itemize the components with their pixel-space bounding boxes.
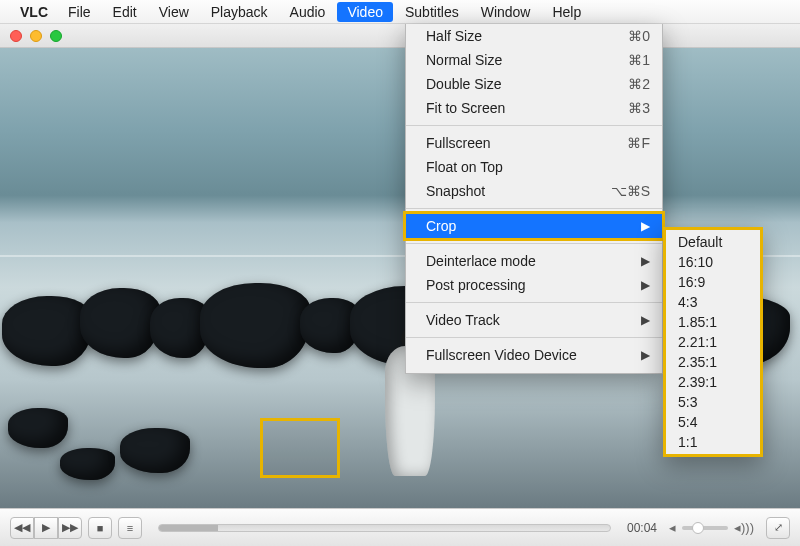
window-titlebar	[0, 24, 800, 48]
fullscreen-button[interactable]: ⤢	[766, 517, 790, 539]
window-zoom-button[interactable]	[50, 30, 62, 42]
menu-item-label: Snapshot	[426, 183, 485, 199]
menu-view[interactable]: View	[149, 2, 199, 22]
app-name[interactable]: VLC	[20, 4, 48, 20]
menu-item-post-processing[interactable]: Post processing▶	[406, 273, 662, 297]
system-menubar: VLC File Edit View Playback Audio Video …	[0, 0, 800, 24]
menu-item-float-on-top[interactable]: Float on Top	[406, 155, 662, 179]
menu-item-shortcut: ⌘2	[628, 76, 650, 92]
menu-playback[interactable]: Playback	[201, 2, 278, 22]
crop-option-5-4[interactable]: 5:4	[666, 412, 760, 432]
menu-item-label: Post processing	[426, 277, 526, 293]
submenu-chevron-icon: ▶	[641, 254, 650, 268]
menu-item-label: Crop	[426, 218, 456, 234]
crop-option-1-1[interactable]: 1:1	[666, 432, 760, 452]
video-menu-dropdown: Half Size⌘0Normal Size⌘1Double Size⌘2Fit…	[405, 24, 663, 374]
menu-item-crop[interactable]: Crop▶	[406, 214, 662, 238]
time-elapsed: 00:04	[627, 521, 657, 535]
menu-item-fullscreen-video-device[interactable]: Fullscreen Video Device▶	[406, 343, 662, 367]
menu-item-label: Normal Size	[426, 52, 502, 68]
menu-item-label: Video Track	[426, 312, 500, 328]
scene-rock	[8, 408, 68, 448]
menu-separator	[406, 125, 662, 126]
menu-file[interactable]: File	[58, 2, 101, 22]
crop-option-2-39-1[interactable]: 2.39:1	[666, 372, 760, 392]
scene-rock	[60, 448, 115, 480]
submenu-chevron-icon: ▶	[641, 278, 650, 292]
menu-item-label: Fullscreen	[426, 135, 491, 151]
volume-low-icon[interactable]: ◂	[669, 520, 676, 535]
prev-button[interactable]: ◀◀	[10, 517, 34, 539]
seek-progress	[159, 525, 218, 531]
crop-annotation	[260, 418, 340, 478]
menu-edit[interactable]: Edit	[103, 2, 147, 22]
menu-separator	[406, 243, 662, 244]
crop-option-4-3[interactable]: 4:3	[666, 292, 760, 312]
scene-rock	[200, 283, 310, 368]
menu-item-label: Half Size	[426, 28, 482, 44]
submenu-chevron-icon: ▶	[641, 348, 650, 362]
menu-separator	[406, 337, 662, 338]
volume-knob[interactable]	[692, 522, 704, 534]
playback-controls: ◀◀ ▶ ▶▶ ■ ≡ 00:04 ◂ ◂))) ⤢	[0, 508, 800, 546]
menu-item-shortcut: ⌘3	[628, 100, 650, 116]
stop-button[interactable]: ■	[88, 517, 112, 539]
menu-item-shortcut: ⌘F	[627, 135, 650, 151]
window-close-button[interactable]	[10, 30, 22, 42]
crop-option-5-3[interactable]: 5:3	[666, 392, 760, 412]
crop-option-default[interactable]: Default	[666, 232, 760, 252]
menu-item-fit-to-screen[interactable]: Fit to Screen⌘3	[406, 96, 662, 120]
menu-item-label: Fit to Screen	[426, 100, 505, 116]
crop-option-1-85-1[interactable]: 1.85:1	[666, 312, 760, 332]
menu-item-double-size[interactable]: Double Size⌘2	[406, 72, 662, 96]
menu-item-shortcut: ⌘1	[628, 52, 650, 68]
scene-rock	[80, 288, 160, 358]
next-button[interactable]: ▶▶	[58, 517, 82, 539]
volume-slider[interactable]	[682, 526, 728, 530]
menu-item-label: Float on Top	[426, 159, 503, 175]
crop-option-2-21-1[interactable]: 2.21:1	[666, 332, 760, 352]
menu-window[interactable]: Window	[471, 2, 541, 22]
menu-video[interactable]: Video	[337, 2, 393, 22]
menu-item-shortcut: ⌥⌘S	[611, 183, 650, 199]
crop-submenu: Default16:1016:94:31.85:12.21:12.35:12.3…	[663, 227, 763, 457]
transport-group: ◀◀ ▶ ▶▶	[10, 517, 82, 539]
crop-option-16-9[interactable]: 16:9	[666, 272, 760, 292]
submenu-chevron-icon: ▶	[641, 219, 650, 233]
menu-item-label: Double Size	[426, 76, 502, 92]
menu-item-deinterlace-mode[interactable]: Deinterlace mode▶	[406, 249, 662, 273]
crop-row-highlight: Crop▶	[403, 211, 665, 241]
menu-audio[interactable]: Audio	[280, 2, 336, 22]
menu-item-half-size[interactable]: Half Size⌘0	[406, 24, 662, 48]
menu-item-fullscreen[interactable]: Fullscreen⌘F	[406, 131, 662, 155]
scene-rock	[2, 296, 92, 366]
menu-subtitles[interactable]: Subtitles	[395, 2, 469, 22]
crop-option-16-10[interactable]: 16:10	[666, 252, 760, 272]
scene-rock	[120, 428, 190, 473]
menu-item-label: Deinterlace mode	[426, 253, 536, 269]
seek-bar[interactable]	[158, 524, 611, 532]
play-button[interactable]: ▶	[34, 517, 58, 539]
playlist-button[interactable]: ≡	[118, 517, 142, 539]
menu-item-normal-size[interactable]: Normal Size⌘1	[406, 48, 662, 72]
menu-item-shortcut: ⌘0	[628, 28, 650, 44]
menu-item-label: Fullscreen Video Device	[426, 347, 577, 363]
menu-separator	[406, 208, 662, 209]
menu-item-video-track[interactable]: Video Track▶	[406, 308, 662, 332]
crop-option-2-35-1[interactable]: 2.35:1	[666, 352, 760, 372]
submenu-chevron-icon: ▶	[641, 313, 650, 327]
menu-help[interactable]: Help	[542, 2, 591, 22]
volume-high-icon[interactable]: ◂)))	[734, 520, 754, 535]
window-minimize-button[interactable]	[30, 30, 42, 42]
menu-separator	[406, 302, 662, 303]
menu-item-snapshot[interactable]: Snapshot⌥⌘S	[406, 179, 662, 203]
